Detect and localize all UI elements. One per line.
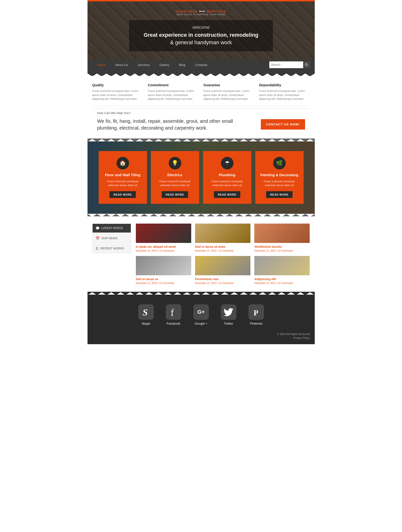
pinterest-label: Pinterest — [250, 322, 262, 325]
feature-dependability-desc: Fusce euismod consequat ante. Lorem ipsu… — [259, 89, 310, 101]
service-tiling-icon: 🏠 — [117, 157, 129, 169]
skype-label: Skype — [141, 322, 150, 325]
service-painting-title: Painting & Decorating — [259, 173, 300, 177]
social-skype[interactable]: S Skype — [138, 304, 154, 325]
service-painting: 🌿 Painting & Decorating Fusce euismod co… — [255, 151, 304, 204]
hero-headline: Great experience in construction, remode… — [144, 31, 258, 46]
privacy-link[interactable]: Privacy Policy — [92, 336, 310, 339]
blog-title-3[interactable]: Sed in lacus ut — [136, 277, 191, 281]
feature-dependability: Dependability Fusce euismod consequat an… — [259, 83, 310, 101]
nav-services[interactable]: Services — [133, 59, 155, 70]
blog-post-3: Sed in lacus ut December 12, 2013 • 12 C… — [136, 256, 191, 284]
social-google[interactable]: G+ Google + — [193, 304, 209, 325]
service-plumbing-btn[interactable]: READ MORE — [214, 191, 240, 198]
nav-contacts[interactable]: Contacts — [190, 59, 212, 70]
footer: S Skype f Facebook G+ Google + — [88, 295, 315, 344]
service-painting-icon: 🌿 — [273, 157, 286, 169]
blog-img-1 — [195, 224, 250, 243]
service-plumbing-desc: Fusce euismod consequat anteorem ipsum d… — [207, 179, 248, 187]
list-icon: ☰ — [95, 247, 99, 250]
nav-blog[interactable]: Blog — [174, 59, 190, 70]
social-twitter[interactable]: Twitter — [221, 304, 236, 325]
blog-section: 💬 LATEST POSTS 📅 OUR NEWS ☰ RECENT WORKS… — [88, 216, 315, 292]
hero-box: welcome Great experience in construction… — [129, 20, 273, 51]
blog-meta-5: December 12, 2013 • 12 Commnets — [254, 282, 310, 284]
main-nav: Home About Us Services Gallery Blog Cont… — [88, 59, 315, 70]
service-painting-btn[interactable]: READ MORE — [266, 191, 292, 198]
chat-icon: 💬 — [95, 226, 100, 230]
blog-img-2 — [254, 224, 310, 243]
social-facebook[interactable]: f Facebook — [166, 304, 181, 325]
social-pinterest[interactable]: P Pinterest — [249, 304, 264, 325]
zigzag-svg — [88, 71, 315, 73]
service-tiling: 🏠 Floor and Wall Tiling Fusce euismod co… — [99, 151, 147, 204]
service-tiling-btn[interactable]: READ MORE — [110, 191, 136, 198]
service-tiling-desc: Fusce euismod consequat anteorem ipsum d… — [102, 179, 143, 187]
nav-about[interactable]: About Us — [110, 59, 133, 70]
calendar-icon: 📅 — [95, 236, 100, 240]
tab-our-news[interactable]: 📅 OUR NEWS — [92, 234, 131, 243]
service-electrics: 💡 Electrics Fusce euismod consequat ante… — [151, 151, 199, 204]
help-text: We fix, fit, hang, install, repair, asse… — [97, 118, 242, 131]
service-plumbing: ☂ Plumbing Fusce euismod consequat anteo… — [203, 151, 251, 204]
features-section: Quality Fusce euismod consequat ante. Lo… — [88, 76, 315, 106]
facebook-label: Facebook — [167, 322, 180, 325]
blog-post-0: In pede mi, aliquet sit amet December 12… — [136, 224, 191, 252]
twitter-icon[interactable] — [221, 304, 236, 320]
blog-tabs: 💬 LATEST POSTS 📅 OUR NEWS ☰ RECENT WORKS — [92, 224, 131, 284]
blog-meta-4: December 12, 2013 • 12 Commnets — [195, 282, 250, 284]
tab-recent-works[interactable]: ☰ RECENT WORKS — [92, 244, 131, 253]
blog-post-2: Vestibulum iaculis December 12, 2013 • 1… — [254, 224, 310, 252]
contact-button[interactable]: CONTACT US NOW! — [261, 119, 305, 130]
nav-zigzag-container — [88, 70, 315, 73]
services-section: 🏠 Floor and Wall Tiling Fusce euismod co… — [88, 141, 315, 213]
blog-post-4: Fermentum nisl December 12, 2013 • 12 Co… — [195, 256, 250, 284]
svg-point-0 — [305, 64, 307, 66]
nav-gallery[interactable]: Gallery — [155, 59, 174, 70]
feature-commitment: Commitment Fusce euismod consequat ante.… — [148, 83, 199, 101]
svg-text:S: S — [143, 307, 148, 317]
service-electrics-desc: Fusce euismod consequat anteorem ipsum d… — [155, 179, 195, 187]
facebook-icon[interactable]: f — [166, 304, 181, 320]
blog-meta-1: December 12, 2013 • 12 Commnets — [195, 249, 250, 252]
blog-img-5 — [254, 256, 310, 275]
blog-title-2[interactable]: Vestibulum iaculis — [254, 245, 310, 248]
help-label: How Can We Help You? — [97, 111, 305, 115]
nav-home[interactable]: Home — [92, 59, 110, 70]
hero-logo: HANDYMAN ✂✂ SERVICES BEST IDEAS TO IMPRO… — [175, 10, 227, 16]
feature-guarantee-desc: Fusce euismod consequat ante. Lorem ipsu… — [204, 89, 254, 101]
help-content: We fix, fit, hang, install, repair, asse… — [97, 118, 305, 131]
blog-post-5: Adipiscing elit December 12, 2013 • 12 C… — [254, 256, 310, 284]
service-tiling-title: Floor and Wall Tiling — [102, 173, 143, 177]
blog-title-0[interactable]: In pede mi, aliquet sit amet — [136, 245, 191, 248]
google-label: Google + — [195, 322, 207, 325]
tab-latest-posts[interactable]: 💬 LATEST POSTS — [92, 224, 131, 233]
blog-img-0 — [136, 224, 191, 243]
blog-grid: In pede mi, aliquet sit amet December 12… — [136, 224, 310, 284]
service-painting-desc: Fusce euismod consequat anteorem ipsum d… — [259, 179, 300, 187]
blog-title-4[interactable]: Fermentum nisl — [195, 277, 250, 281]
hero-section: HANDYMAN ✂✂ SERVICES BEST IDEAS TO IMPRO… — [88, 1, 315, 59]
feature-commitment-title: Commitment — [148, 83, 199, 87]
blog-title-5[interactable]: Adipiscing elit — [254, 277, 310, 281]
svg-line-1 — [307, 65, 308, 66]
blog-title-1[interactable]: Sed in lacus ut enim — [195, 245, 250, 248]
brand-name: HANDYMAN ✂✂ SERVICES — [175, 10, 227, 13]
help-divider — [92, 106, 310, 106]
pinterest-icon[interactable]: P — [249, 304, 264, 320]
footer-zigzag — [88, 292, 315, 295]
footer-social: S Skype f Facebook G+ Google + — [92, 304, 310, 325]
nav-links: Home About Us Services Gallery Blog Cont… — [92, 59, 269, 70]
feature-dependability-title: Dependability — [259, 83, 310, 87]
footer-copyright: © 2014 All Rights Reserved Privacy Polic… — [92, 330, 310, 339]
hero-welcome: welcome — [144, 25, 258, 30]
feature-quality: Quality Fusce euismod consequat ante. Lo… — [92, 83, 143, 101]
search-input[interactable] — [269, 61, 303, 68]
feature-quality-desc: Fusce euismod consequat ante. Lorem ipsu… — [92, 89, 143, 101]
blog-img-3 — [136, 256, 191, 275]
google-plus-icon[interactable]: G+ — [193, 304, 209, 320]
skype-icon[interactable]: S — [138, 304, 154, 320]
search-button[interactable] — [303, 61, 310, 68]
service-electrics-btn[interactable]: READ MORE — [162, 191, 188, 198]
brand-tagline: BEST IDEAS TO IMPROVE YOUR HOME — [175, 13, 227, 16]
